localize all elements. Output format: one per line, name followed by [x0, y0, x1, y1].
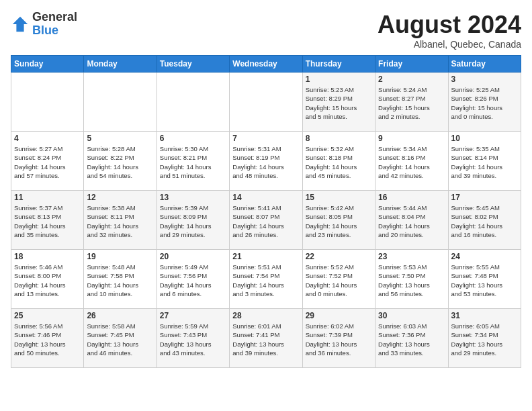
day-number: 19: [87, 252, 153, 261]
calendar-cell: 1Sunrise: 5:23 AM Sunset: 8:29 PM Daylig…: [302, 73, 375, 132]
calendar-cell: 5Sunrise: 5:28 AM Sunset: 8:22 PM Daylig…: [84, 132, 157, 191]
location: Albanel, Quebec, Canada: [378, 39, 521, 50]
day-number: 17: [451, 193, 518, 202]
day-number: 13: [160, 193, 226, 202]
calendar-cell: [11, 73, 84, 132]
day-number: 1: [306, 75, 372, 84]
logo-general: General: [32, 11, 77, 24]
calendar-cell: 16Sunrise: 5:44 AM Sunset: 8:04 PM Dayli…: [375, 191, 448, 250]
day-info: Sunrise: 5:48 AM Sunset: 7:58 PM Dayligh…: [87, 263, 153, 298]
calendar-cell: 9Sunrise: 5:34 AM Sunset: 8:16 PM Daylig…: [375, 132, 448, 191]
day-info: Sunrise: 5:23 AM Sunset: 8:29 PM Dayligh…: [306, 85, 372, 121]
day-info: Sunrise: 6:01 AM Sunset: 7:41 PM Dayligh…: [232, 322, 299, 357]
day-number: 28: [232, 311, 299, 320]
day-info: Sunrise: 5:49 AM Sunset: 7:56 PM Dayligh…: [160, 263, 226, 298]
day-number: 15: [306, 193, 372, 202]
day-info: Sunrise: 5:24 AM Sunset: 8:27 PM Dayligh…: [378, 85, 445, 121]
calendar-cell: 10Sunrise: 5:35 AM Sunset: 8:14 PM Dayli…: [448, 132, 521, 191]
calendar-table: SundayMondayTuesdayWednesdayThursdayFrid…: [11, 55, 521, 368]
day-number: 6: [160, 134, 226, 143]
day-info: Sunrise: 5:46 AM Sunset: 8:00 PM Dayligh…: [14, 263, 81, 298]
day-info: Sunrise: 6:03 AM Sunset: 7:36 PM Dayligh…: [378, 322, 445, 357]
calendar-cell: 26Sunrise: 5:58 AM Sunset: 7:45 PM Dayli…: [84, 309, 157, 368]
day-number: 3: [451, 75, 518, 84]
logo-blue: Blue: [32, 24, 77, 38]
day-number: 26: [87, 311, 153, 320]
col-header-tuesday: Tuesday: [157, 56, 229, 73]
day-info: Sunrise: 5:44 AM Sunset: 8:04 PM Dayligh…: [378, 203, 445, 239]
calendar-cell: 31Sunrise: 6:05 AM Sunset: 7:34 PM Dayli…: [448, 309, 521, 368]
day-info: Sunrise: 5:28 AM Sunset: 8:22 PM Dayligh…: [87, 144, 153, 180]
day-info: Sunrise: 5:39 AM Sunset: 8:09 PM Dayligh…: [160, 203, 226, 239]
day-number: 9: [378, 134, 445, 143]
calendar-cell: 29Sunrise: 6:02 AM Sunset: 7:39 PM Dayli…: [302, 309, 375, 368]
day-number: 14: [232, 193, 299, 202]
day-number: 16: [378, 193, 445, 202]
calendar-cell: 17Sunrise: 5:45 AM Sunset: 8:02 PM Dayli…: [448, 191, 521, 250]
day-info: Sunrise: 5:30 AM Sunset: 8:21 PM Dayligh…: [160, 144, 226, 180]
day-number: 4: [14, 134, 81, 143]
day-number: 20: [160, 252, 226, 261]
day-info: Sunrise: 5:53 AM Sunset: 7:50 PM Dayligh…: [378, 263, 445, 298]
calendar-cell: 18Sunrise: 5:46 AM Sunset: 8:00 PM Dayli…: [11, 250, 84, 309]
calendar-cell: [157, 73, 229, 132]
day-number: 24: [451, 252, 518, 261]
day-info: Sunrise: 5:52 AM Sunset: 7:52 PM Dayligh…: [306, 263, 372, 298]
calendar-cell: 4Sunrise: 5:27 AM Sunset: 8:24 PM Daylig…: [11, 132, 84, 191]
day-info: Sunrise: 5:56 AM Sunset: 7:46 PM Dayligh…: [14, 322, 81, 357]
day-info: Sunrise: 5:42 AM Sunset: 8:05 PM Dayligh…: [306, 203, 372, 239]
month-year: August 2024: [378, 11, 521, 39]
day-number: 22: [306, 252, 372, 261]
day-number: 2: [378, 75, 445, 84]
week-row-5: 25Sunrise: 5:56 AM Sunset: 7:46 PM Dayli…: [11, 309, 521, 368]
calendar-cell: 19Sunrise: 5:48 AM Sunset: 7:58 PM Dayli…: [84, 250, 157, 309]
calendar-cell: [230, 73, 302, 132]
day-info: Sunrise: 5:38 AM Sunset: 8:11 PM Dayligh…: [87, 203, 153, 239]
col-header-friday: Friday: [375, 56, 448, 73]
week-row-1: 1Sunrise: 5:23 AM Sunset: 8:29 PM Daylig…: [11, 73, 521, 132]
day-number: 11: [14, 193, 81, 202]
calendar-cell: 27Sunrise: 5:59 AM Sunset: 7:43 PM Dayli…: [157, 309, 229, 368]
day-number: 25: [14, 311, 81, 320]
day-number: 27: [160, 311, 226, 320]
calendar-cell: 24Sunrise: 5:55 AM Sunset: 7:48 PM Dayli…: [448, 250, 521, 309]
day-info: Sunrise: 5:55 AM Sunset: 7:48 PM Dayligh…: [451, 263, 518, 298]
day-info: Sunrise: 5:41 AM Sunset: 8:07 PM Dayligh…: [232, 203, 299, 239]
day-number: 12: [87, 193, 153, 202]
day-info: Sunrise: 5:25 AM Sunset: 8:26 PM Dayligh…: [451, 85, 518, 121]
day-number: 5: [87, 134, 153, 143]
calendar-cell: 25Sunrise: 5:56 AM Sunset: 7:46 PM Dayli…: [11, 309, 84, 368]
calendar-cell: 11Sunrise: 5:37 AM Sunset: 8:13 PM Dayli…: [11, 191, 84, 250]
calendar-cell: 12Sunrise: 5:38 AM Sunset: 8:11 PM Dayli…: [84, 191, 157, 250]
day-info: Sunrise: 5:35 AM Sunset: 8:14 PM Dayligh…: [451, 144, 518, 180]
calendar-cell: 20Sunrise: 5:49 AM Sunset: 7:56 PM Dayli…: [157, 250, 229, 309]
day-number: 8: [306, 134, 372, 143]
day-number: 18: [14, 252, 81, 261]
title-block: August 2024 Albanel, Quebec, Canada: [378, 11, 521, 50]
day-number: 29: [306, 311, 372, 320]
day-number: 7: [232, 134, 299, 143]
day-info: Sunrise: 5:51 AM Sunset: 7:54 PM Dayligh…: [232, 263, 299, 298]
day-info: Sunrise: 5:31 AM Sunset: 8:19 PM Dayligh…: [232, 144, 299, 180]
day-info: Sunrise: 5:32 AM Sunset: 8:18 PM Dayligh…: [306, 144, 372, 180]
day-info: Sunrise: 5:59 AM Sunset: 7:43 PM Dayligh…: [160, 322, 226, 357]
calendar-cell: 28Sunrise: 6:01 AM Sunset: 7:41 PM Dayli…: [230, 309, 302, 368]
day-info: Sunrise: 5:34 AM Sunset: 8:16 PM Dayligh…: [378, 144, 445, 180]
calendar-cell: 21Sunrise: 5:51 AM Sunset: 7:54 PM Dayli…: [230, 250, 302, 309]
svg-marker-0: [13, 17, 28, 32]
col-header-sunday: Sunday: [11, 56, 84, 73]
day-info: Sunrise: 5:58 AM Sunset: 7:45 PM Dayligh…: [87, 322, 153, 357]
day-info: Sunrise: 5:27 AM Sunset: 8:24 PM Dayligh…: [14, 144, 81, 180]
day-number: 23: [378, 252, 445, 261]
day-info: Sunrise: 5:45 AM Sunset: 8:02 PM Dayligh…: [451, 203, 518, 239]
page-header: General Blue August 2024 Albanel, Quebec…: [11, 11, 521, 50]
logo: General Blue: [11, 11, 77, 38]
calendar-cell: 15Sunrise: 5:42 AM Sunset: 8:05 PM Dayli…: [302, 191, 375, 250]
calendar-cell: 8Sunrise: 5:32 AM Sunset: 8:18 PM Daylig…: [302, 132, 375, 191]
day-number: 31: [451, 311, 518, 320]
calendar-cell: [84, 73, 157, 132]
col-header-monday: Monday: [84, 56, 157, 73]
week-row-4: 18Sunrise: 5:46 AM Sunset: 8:00 PM Dayli…: [11, 250, 521, 309]
header-row: SundayMondayTuesdayWednesdayThursdayFrid…: [11, 56, 521, 73]
calendar-cell: 3Sunrise: 5:25 AM Sunset: 8:26 PM Daylig…: [448, 73, 521, 132]
